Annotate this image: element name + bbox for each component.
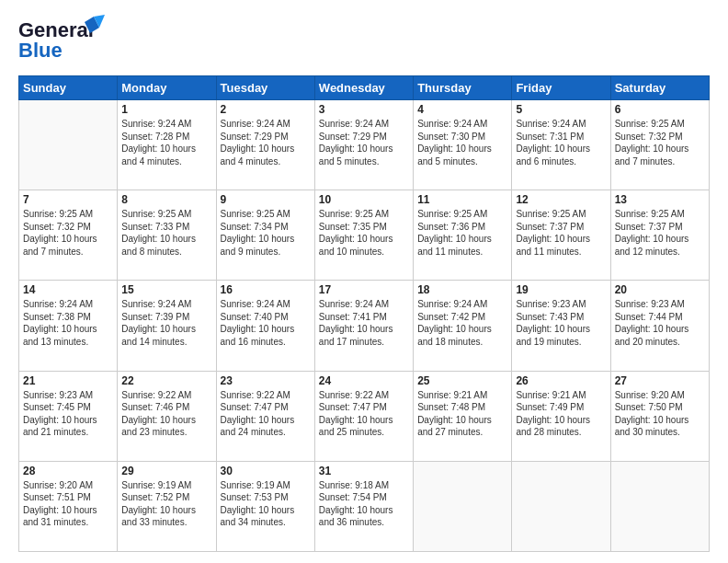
table-row: 2Sunrise: 9:24 AM Sunset: 7:29 PM Daylig… <box>216 100 314 190</box>
header: General Blue <box>18 15 710 66</box>
calendar-week-row: 7Sunrise: 9:25 AM Sunset: 7:32 PM Daylig… <box>19 190 710 281</box>
day-number: 9 <box>221 193 311 206</box>
cell-content: Sunrise: 9:20 AM Sunset: 7:51 PM Dayligh… <box>23 479 113 529</box>
day-number: 12 <box>516 193 606 206</box>
calendar-week-row: 21Sunrise: 9:23 AM Sunset: 7:45 PM Dayli… <box>19 371 710 461</box>
calendar-table: Sunday Monday Tuesday Wednesday Thursday… <box>18 75 710 552</box>
logo-svg: General Blue <box>18 15 110 63</box>
table-row: 5Sunrise: 9:24 AM Sunset: 7:31 PM Daylig… <box>512 100 610 190</box>
cell-content: Sunrise: 9:21 AM Sunset: 7:49 PM Dayligh… <box>516 389 606 439</box>
col-wednesday: Wednesday <box>314 76 413 100</box>
day-number: 26 <box>516 374 606 387</box>
table-row: 1Sunrise: 9:24 AM Sunset: 7:28 PM Daylig… <box>118 100 216 190</box>
day-number: 27 <box>615 374 705 387</box>
day-number: 31 <box>319 465 409 477</box>
cell-content: Sunrise: 9:23 AM Sunset: 7:43 PM Dayligh… <box>516 298 606 348</box>
day-number: 8 <box>121 193 211 206</box>
table-row: 17Sunrise: 9:24 AM Sunset: 7:41 PM Dayli… <box>314 281 413 371</box>
cell-content: Sunrise: 9:24 AM Sunset: 7:29 PM Dayligh… <box>319 118 409 167</box>
table-row: 16Sunrise: 9:24 AM Sunset: 7:40 PM Dayli… <box>216 281 314 371</box>
cell-content: Sunrise: 9:23 AM Sunset: 7:44 PM Dayligh… <box>615 298 705 348</box>
table-row: 6Sunrise: 9:25 AM Sunset: 7:32 PM Daylig… <box>610 100 709 190</box>
table-row: 22Sunrise: 9:22 AM Sunset: 7:46 PM Dayli… <box>118 371 216 461</box>
cell-content: Sunrise: 9:19 AM Sunset: 7:52 PM Dayligh… <box>121 479 211 529</box>
day-number: 25 <box>417 374 507 387</box>
day-number: 16 <box>221 283 311 296</box>
table-row: 18Sunrise: 9:24 AM Sunset: 7:42 PM Dayli… <box>414 281 512 371</box>
table-row: 27Sunrise: 9:20 AM Sunset: 7:50 PM Dayli… <box>610 371 709 461</box>
table-row: 29Sunrise: 9:19 AM Sunset: 7:52 PM Dayli… <box>118 461 216 551</box>
cell-content: Sunrise: 9:19 AM Sunset: 7:53 PM Dayligh… <box>221 479 311 529</box>
table-row: 3Sunrise: 9:24 AM Sunset: 7:29 PM Daylig… <box>314 100 413 190</box>
calendar-week-row: 28Sunrise: 9:20 AM Sunset: 7:51 PM Dayli… <box>19 461 710 551</box>
table-row: 7Sunrise: 9:25 AM Sunset: 7:32 PM Daylig… <box>19 190 118 281</box>
col-sunday: Sunday <box>19 76 118 100</box>
cell-content: Sunrise: 9:20 AM Sunset: 7:50 PM Dayligh… <box>615 389 705 439</box>
day-number: 24 <box>319 374 409 387</box>
cell-content: Sunrise: 9:24 AM Sunset: 7:39 PM Dayligh… <box>121 298 211 348</box>
calendar-week-row: 14Sunrise: 9:24 AM Sunset: 7:38 PM Dayli… <box>19 281 710 371</box>
logo: General Blue <box>18 15 110 66</box>
day-number: 19 <box>516 283 606 296</box>
table-row: 28Sunrise: 9:20 AM Sunset: 7:51 PM Dayli… <box>19 461 118 551</box>
day-number: 5 <box>516 103 606 116</box>
table-row: 30Sunrise: 9:19 AM Sunset: 7:53 PM Dayli… <box>216 461 314 551</box>
table-row: 4Sunrise: 9:24 AM Sunset: 7:30 PM Daylig… <box>414 100 512 190</box>
cell-content: Sunrise: 9:24 AM Sunset: 7:30 PM Dayligh… <box>417 118 507 167</box>
cell-content: Sunrise: 9:24 AM Sunset: 7:41 PM Dayligh… <box>319 298 409 348</box>
table-row: 9Sunrise: 9:25 AM Sunset: 7:34 PM Daylig… <box>216 190 314 281</box>
cell-content: Sunrise: 9:25 AM Sunset: 7:37 PM Dayligh… <box>615 208 705 258</box>
day-number: 30 <box>221 465 311 477</box>
cell-content: Sunrise: 9:22 AM Sunset: 7:47 PM Dayligh… <box>221 389 311 439</box>
cell-content: Sunrise: 9:24 AM Sunset: 7:31 PM Dayligh… <box>516 118 606 167</box>
table-row: 15Sunrise: 9:24 AM Sunset: 7:39 PM Dayli… <box>118 281 216 371</box>
calendar-week-row: 1Sunrise: 9:24 AM Sunset: 7:28 PM Daylig… <box>19 100 710 190</box>
day-number: 3 <box>319 103 409 116</box>
svg-text:Blue: Blue <box>18 39 63 62</box>
day-number: 18 <box>417 283 507 296</box>
day-number: 29 <box>121 465 211 477</box>
day-number: 28 <box>23 465 113 477</box>
day-number: 1 <box>121 103 211 116</box>
day-number: 4 <box>417 103 507 116</box>
table-row <box>414 461 512 551</box>
table-row <box>610 461 709 551</box>
cell-content: Sunrise: 9:25 AM Sunset: 7:34 PM Dayligh… <box>221 208 311 258</box>
day-number: 15 <box>121 283 211 296</box>
day-number: 13 <box>615 193 705 206</box>
table-row <box>19 100 118 190</box>
cell-content: Sunrise: 9:25 AM Sunset: 7:33 PM Dayligh… <box>121 208 211 258</box>
table-row: 10Sunrise: 9:25 AM Sunset: 7:35 PM Dayli… <box>314 190 413 281</box>
table-row: 25Sunrise: 9:21 AM Sunset: 7:48 PM Dayli… <box>414 371 512 461</box>
day-number: 2 <box>221 103 311 116</box>
day-number: 11 <box>417 193 507 206</box>
cell-content: Sunrise: 9:18 AM Sunset: 7:54 PM Dayligh… <box>319 479 409 529</box>
day-number: 23 <box>221 374 311 387</box>
cell-content: Sunrise: 9:23 AM Sunset: 7:45 PM Dayligh… <box>23 389 113 439</box>
table-row: 11Sunrise: 9:25 AM Sunset: 7:36 PM Dayli… <box>414 190 512 281</box>
col-tuesday: Tuesday <box>216 76 314 100</box>
day-number: 10 <box>319 193 409 206</box>
logo-block: General Blue <box>18 15 110 66</box>
col-monday: Monday <box>118 76 216 100</box>
col-friday: Friday <box>512 76 610 100</box>
cell-content: Sunrise: 9:25 AM Sunset: 7:32 PM Dayligh… <box>23 208 113 258</box>
table-row: 14Sunrise: 9:24 AM Sunset: 7:38 PM Dayli… <box>19 281 118 371</box>
day-number: 14 <box>23 283 113 296</box>
day-number: 20 <box>615 283 705 296</box>
cell-content: Sunrise: 9:24 AM Sunset: 7:40 PM Dayligh… <box>221 298 311 348</box>
cell-content: Sunrise: 9:24 AM Sunset: 7:42 PM Dayligh… <box>417 298 507 348</box>
cell-content: Sunrise: 9:25 AM Sunset: 7:37 PM Dayligh… <box>516 208 606 258</box>
table-row: 8Sunrise: 9:25 AM Sunset: 7:33 PM Daylig… <box>118 190 216 281</box>
cell-content: Sunrise: 9:25 AM Sunset: 7:32 PM Dayligh… <box>615 118 705 167</box>
table-row: 19Sunrise: 9:23 AM Sunset: 7:43 PM Dayli… <box>512 281 610 371</box>
table-row <box>512 461 610 551</box>
cell-content: Sunrise: 9:25 AM Sunset: 7:36 PM Dayligh… <box>417 208 507 258</box>
page: General Blue Sunday Monday Tuesday Wedne… <box>0 0 728 563</box>
cell-content: Sunrise: 9:24 AM Sunset: 7:38 PM Dayligh… <box>23 298 113 348</box>
day-number: 6 <box>615 103 705 116</box>
cell-content: Sunrise: 9:21 AM Sunset: 7:48 PM Dayligh… <box>417 389 507 439</box>
day-number: 21 <box>23 374 113 387</box>
col-saturday: Saturday <box>610 76 709 100</box>
cell-content: Sunrise: 9:24 AM Sunset: 7:29 PM Dayligh… <box>221 118 311 167</box>
